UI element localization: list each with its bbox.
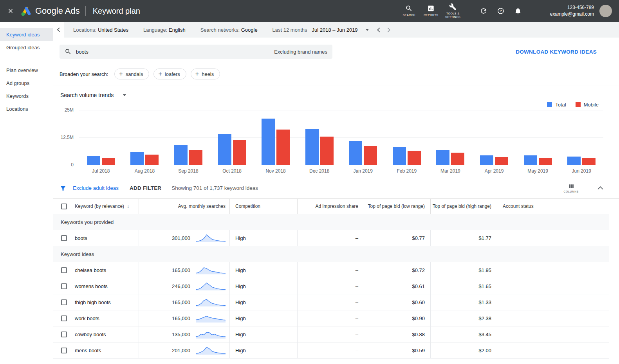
setting-language[interactable]: Language: English [143, 27, 186, 33]
avatar[interactable] [599, 5, 612, 17]
setting-search-networks[interactable]: Search networks: Google [200, 27, 258, 33]
sidebar-item-grouped-ideas[interactable]: Grouped ideas [0, 41, 53, 54]
product-name: Google Ads [35, 6, 80, 16]
sidebar-nav: Keyword ideasGrouped ideasPlan overviewA… [0, 22, 53, 364]
row-checkbox-thigh-high-boots[interactable] [61, 299, 67, 305]
keyword-search-input[interactable]: boots Excluding brand names [60, 45, 332, 59]
sidebar-item-keywords[interactable]: Keywords [0, 90, 53, 103]
trend-sparkline [195, 313, 226, 323]
close-icon[interactable] [0, 7, 21, 14]
row-checkbox-cell [53, 278, 72, 294]
keyword-cell: work boots [72, 310, 139, 326]
keyword-cell: thigh high boots [72, 294, 139, 310]
sidebar-item-plan-overview[interactable]: Plan overview [0, 64, 53, 77]
column-header-top-of-page-bid-high-range[interactable]: Top of page bid (high range) [430, 199, 497, 214]
column-header-label: Top of page bid (low range) [368, 204, 425, 209]
y-tick-12-5m: 12.5M [61, 135, 74, 140]
account-status-cell [497, 294, 609, 310]
collapse-panel-button[interactable] [53, 22, 64, 38]
download-keyword-ideas-link[interactable]: DOWNLOAD KEYWORD IDEAS [516, 49, 597, 55]
search-nav-button[interactable]: SEARCH [398, 5, 420, 17]
table-section-keyword-ideas: Keyword ideas [53, 246, 609, 262]
chart-group-apr-2019: Apr 2019 [472, 110, 516, 174]
column-header-top-of-page-bid-low-range[interactable]: Top of page bid (low range) [364, 199, 430, 214]
next-period-icon[interactable] [387, 27, 391, 32]
chart-group-feb-2019: Feb 2019 [385, 110, 429, 174]
row-checkbox-cowboy-boots[interactable] [61, 332, 67, 337]
table-row-thigh-high-boots: thigh high boots165,000High–$0.60$1.33 [53, 294, 609, 310]
top-bar: Google Ads Keyword plan SEARCH REPORTS T… [0, 0, 619, 22]
column-header-label: Top of page bid (high range) [433, 204, 491, 209]
competition-cell: High [229, 294, 297, 310]
row-checkbox-chelsea-boots[interactable] [61, 267, 67, 273]
account-info[interactable]: 123-456-789 example@gmail.com [550, 4, 594, 18]
search-icon [65, 48, 72, 55]
row-checkbox-cell [53, 262, 72, 278]
sidebar-item-ad-groups[interactable]: Ad groups [0, 77, 53, 90]
bid-low-cell: $0.77 [364, 230, 430, 246]
row-checkbox-boots[interactable] [61, 235, 67, 241]
trend-sparkline [195, 281, 226, 291]
x-axis-label: Jan 2019 [354, 168, 373, 174]
setting-locations[interactable]: Locations: United States [73, 27, 128, 33]
ad-impression-share-cell: – [297, 262, 364, 278]
bar-total-nov-2018 [262, 119, 275, 165]
bid-high-cell: $1.77 [430, 230, 497, 246]
column-header-ad-impression-share[interactable]: Ad impression share [297, 199, 364, 214]
search-volume-trends-dropdown[interactable]: Search volume trends [60, 90, 128, 102]
column-header-avg-monthly-searches[interactable]: Avg. monthly searches [139, 199, 229, 214]
reports-nav-button[interactable]: REPORTS [420, 5, 442, 17]
prev-period-icon[interactable] [377, 27, 380, 32]
content-area: boots Excluding brand names DOWNLOAD KEY… [53, 38, 619, 364]
column-header-label: Ad impression share [316, 204, 358, 209]
x-axis-label: Oct 2018 [222, 168, 242, 174]
reports-nav-label: REPORTS [420, 13, 442, 17]
excluding-brand-names-note: Excluding brand names [274, 49, 327, 55]
account-status-cell [497, 230, 609, 246]
refresh-icon[interactable] [475, 7, 492, 15]
topbar-actions: SEARCH REPORTS TOOLS & SETTINGS ? 123-45… [398, 3, 619, 19]
tools-settings-button[interactable]: TOOLS & SETTINGS [442, 3, 464, 19]
date-range-selector[interactable]: Last 12 months Jul 2018 – Jun 2019 [273, 27, 369, 33]
chart-group-oct-2018: Oct 2018 [210, 110, 254, 174]
topbar-divider [85, 6, 86, 16]
bar-mobile-sep-2018 [189, 150, 202, 165]
account-id: 123-456-789 [550, 4, 594, 11]
row-checkbox-womens-boots[interactable] [61, 283, 67, 289]
ad-impression-share-cell: – [297, 278, 364, 294]
broaden-chip-sandals[interactable]: +sandals [114, 68, 149, 79]
collapse-table-chevron-up-icon[interactable] [597, 186, 603, 190]
bid-low-cell: $0.60 [364, 294, 430, 310]
x-axis-label: May 2019 [527, 168, 548, 174]
add-filter-button[interactable]: ADD FILTER [130, 185, 161, 191]
row-checkbox-work-boots[interactable] [61, 315, 67, 321]
bid-high-cell: $1.65 [430, 278, 497, 294]
setting-value: Google [241, 27, 258, 33]
column-header-keyword-by-relevance[interactable]: Keyword (by relevance)↓ [72, 199, 139, 214]
row-checkbox-cell [53, 310, 72, 326]
account-status-cell [497, 342, 609, 358]
exclude-adult-ideas-link[interactable]: Exclude adult ideas [73, 185, 119, 191]
trend-sparkline [195, 265, 226, 275]
sidebar-item-keyword-ideas[interactable]: Keyword ideas [0, 28, 53, 41]
columns-button[interactable]: COLUMNS [563, 183, 579, 193]
row-checkbox-mens-boots[interactable] [61, 348, 67, 353]
keyword-cell: chelsea boots [72, 262, 139, 278]
select-all-checkbox[interactable] [61, 204, 67, 209]
sidebar-item-locations[interactable]: Locations [0, 103, 53, 115]
account-status-cell [497, 326, 609, 342]
avg-searches-value: 165,000 [172, 299, 190, 305]
notifications-bell-icon[interactable] [509, 7, 527, 15]
broaden-chip-loafers[interactable]: +loafers [153, 68, 186, 79]
column-header-label: Keyword (by relevance) [75, 204, 124, 209]
x-axis-label: Dec 2018 [309, 168, 329, 174]
column-header-competition[interactable]: Competition [229, 199, 297, 214]
bid-high-cell: $2.00 [430, 342, 497, 358]
broaden-chip-heels[interactable]: +heels [191, 68, 220, 79]
column-header-account-status[interactable]: Account status [497, 199, 609, 214]
keyword-cell: womens boots [72, 278, 139, 294]
x-axis-label: Jul 2018 [92, 168, 110, 174]
avg-monthly-searches-cell: 201,000 [139, 342, 229, 358]
columns-icon [568, 183, 575, 189]
help-icon[interactable]: ? [492, 7, 509, 15]
